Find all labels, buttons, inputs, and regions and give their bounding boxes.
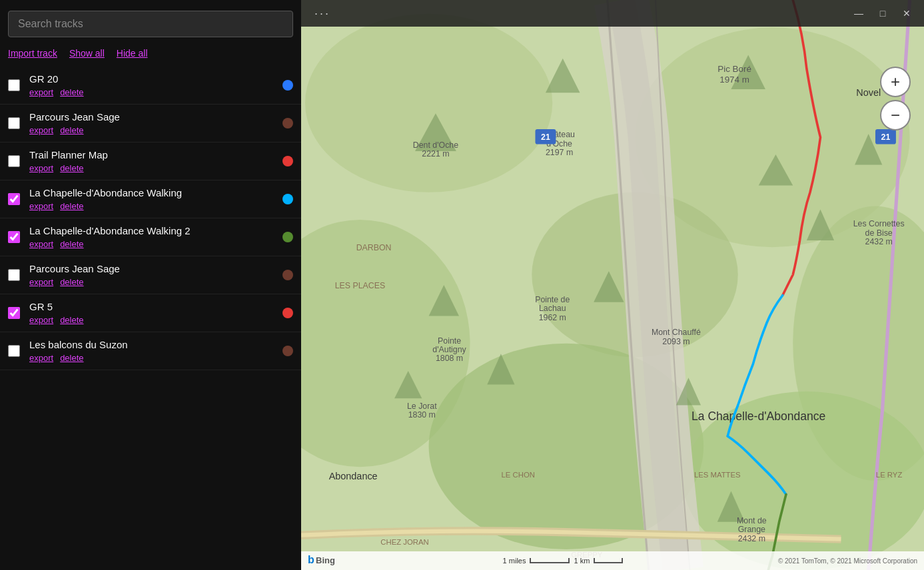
import-track-button[interactable]: Import track (8, 48, 57, 59)
svg-text:Mont Chauffé: Mont Chauffé (652, 328, 701, 337)
title-bar-dots: ··· (314, 7, 330, 21)
svg-text:CHEZ JORAN: CHEZ JORAN (380, 538, 428, 546)
bing-logo: b Bing (308, 553, 348, 569)
track-delete-button-2[interactable]: delete (60, 125, 83, 135)
track-checkbox-8[interactable] (8, 345, 20, 357)
track-export-button-4[interactable]: export (29, 201, 53, 211)
svg-text:Les Cornettes: Les Cornettes (853, 219, 905, 228)
title-bar: ··· — □ ✕ (301, 0, 924, 27)
track-item: La Chapelle-d'Abondance Walking 2exportd… (0, 218, 301, 256)
search-input[interactable] (8, 11, 293, 37)
svg-text:2432 m: 2432 m (738, 534, 765, 543)
track-export-button-8[interactable]: export (29, 353, 53, 363)
show-all-button[interactable]: Show all (69, 48, 105, 59)
tracks-list: GR 20exportdeleteParcours Jean Sageexpor… (0, 67, 301, 570)
track-item: Parcours Jean Sageexportdelete (0, 256, 301, 294)
svg-text:Pointe: Pointe (438, 336, 461, 346)
close-button[interactable]: ✕ (895, 1, 919, 25)
track-links-7: exportdelete (29, 315, 276, 325)
track-export-button-6[interactable]: export (29, 277, 53, 287)
track-delete-button-8[interactable]: delete (60, 353, 83, 363)
track-name-3: Trail Planner Map (29, 149, 276, 160)
track-links-3: exportdelete (29, 163, 276, 173)
track-item: Les balcons du Suzonexportdelete (0, 332, 301, 370)
map-footer: b Bing 1 miles 1 km © 2021 TomTom, © 202… (301, 551, 924, 570)
svg-text:Novel: Novel (856, 87, 881, 98)
svg-text:b: b (308, 554, 314, 565)
track-checkbox-1[interactable] (8, 79, 20, 91)
svg-text:Le Jorat: Le Jorat (407, 402, 437, 411)
track-export-button-5[interactable]: export (29, 239, 53, 249)
track-links-6: exportdelete (29, 277, 276, 287)
track-color-dot-8 (282, 346, 293, 356)
track-checkbox-7[interactable] (8, 307, 20, 319)
svg-text:Abondance: Abondance (329, 471, 378, 481)
track-color-dot-2 (282, 118, 293, 129)
svg-text:Bing: Bing (316, 555, 335, 565)
track-name-2: Parcours Jean Sage (29, 111, 276, 123)
track-checkbox-2[interactable] (8, 117, 20, 129)
track-delete-button-7[interactable]: delete (60, 315, 83, 325)
zoom-out-button[interactable]: − (880, 100, 911, 131)
track-color-dot-7 (282, 308, 293, 318)
svg-text:Mont de: Mont de (737, 516, 767, 525)
track-info-3: Trail Planner Mapexportdelete (29, 149, 276, 173)
svg-text:Pic Boré: Pic Boré (717, 64, 751, 74)
svg-text:2221 m: 2221 m (422, 149, 449, 158)
track-delete-button-4[interactable]: delete (60, 201, 83, 211)
track-color-dot-4 (282, 194, 293, 204)
track-info-4: La Chapelle-d'Abondance Walkingexportdel… (29, 187, 276, 211)
track-name-8: Les balcons du Suzon (29, 339, 276, 350)
track-checkbox-5[interactable] (8, 231, 20, 243)
track-name-1: GR 20 (29, 73, 276, 85)
maximize-button[interactable]: □ (871, 1, 895, 25)
zoom-in-button[interactable]: + (880, 67, 911, 97)
track-export-button-3[interactable]: export (29, 163, 53, 173)
minimize-button[interactable]: — (847, 1, 871, 25)
svg-text:Pointe de: Pointe de (535, 295, 570, 304)
track-delete-button-1[interactable]: delete (60, 87, 83, 97)
track-name-5: La Chapelle-d'Abondance Walking 2 (29, 225, 276, 236)
track-checkbox-6[interactable] (8, 269, 20, 281)
map-svg: Pic Boré 1974 m Novel Port-Valai... Dent… (301, 0, 924, 570)
track-links-1: exportdelete (29, 87, 276, 97)
track-item: La Chapelle-d'Abondance Walkingexportdel… (0, 180, 301, 218)
svg-text:LES MATTES: LES MATTES (694, 471, 741, 479)
svg-text:1830 m: 1830 m (408, 410, 436, 420)
svg-text:Grange: Grange (738, 525, 765, 534)
track-name-7: GR 5 (29, 301, 276, 312)
actions-bar: Import track Show all Hide all (0, 44, 301, 67)
svg-text:d'Autigny: d'Autigny (432, 345, 466, 354)
hide-all-button[interactable]: Hide all (117, 48, 148, 59)
left-panel: Import track Show all Hide all GR 20expo… (0, 0, 301, 570)
svg-text:DARBON: DARBON (356, 243, 392, 252)
track-links-4: exportdelete (29, 201, 276, 211)
track-item: Trail Planner Mapexportdelete (0, 142, 301, 180)
track-delete-button-6[interactable]: delete (60, 277, 83, 287)
track-export-button-1[interactable]: export (29, 87, 53, 97)
track-info-6: Parcours Jean Sageexportdelete (29, 263, 276, 287)
track-info-5: La Chapelle-d'Abondance Walking 2exportd… (29, 225, 276, 249)
track-delete-button-5[interactable]: delete (60, 239, 83, 249)
svg-text:1808 m: 1808 m (436, 354, 463, 363)
svg-text:Lachau: Lachau (539, 304, 566, 313)
svg-text:LE CHON: LE CHON (502, 471, 535, 479)
track-info-1: GR 20exportdelete (29, 73, 276, 97)
track-export-button-7[interactable]: export (29, 315, 53, 325)
track-delete-button-3[interactable]: delete (60, 163, 83, 173)
svg-point-1 (305, 14, 552, 192)
track-color-dot-5 (282, 232, 293, 242)
map-area: ··· — □ ✕ (301, 0, 924, 570)
svg-text:de Bise: de Bise (865, 228, 893, 238)
scale-miles-label: 1 miles (503, 557, 526, 565)
svg-text:2432 m: 2432 m (865, 237, 893, 246)
svg-text:21: 21 (881, 133, 891, 142)
track-name-6: Parcours Jean Sage (29, 263, 276, 274)
svg-text:21: 21 (541, 133, 550, 142)
scale-bar: 1 miles 1 km (503, 557, 624, 565)
track-checkbox-4[interactable] (8, 193, 20, 205)
track-export-button-2[interactable]: export (29, 125, 53, 135)
track-checkbox-3[interactable] (8, 155, 20, 167)
track-links-2: exportdelete (29, 125, 276, 135)
track-item: GR 20exportdelete (0, 67, 301, 105)
